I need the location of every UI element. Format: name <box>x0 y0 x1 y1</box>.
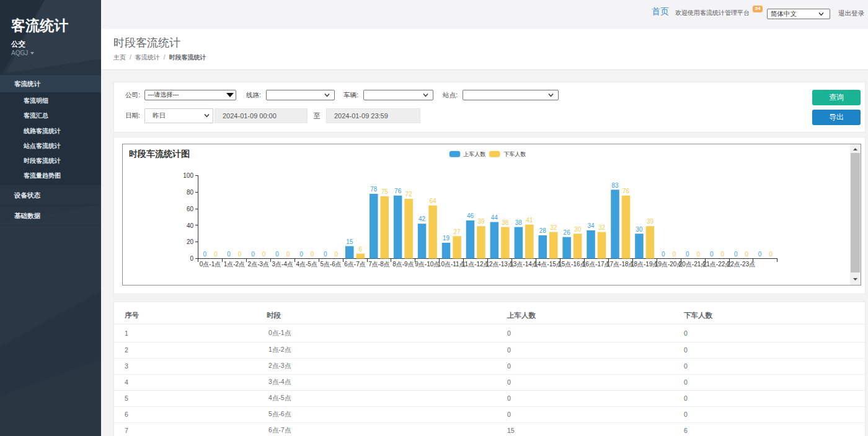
svg-text:5点-6点: 5点-6点 <box>320 261 341 268</box>
svg-text:8点-9点: 8点-9点 <box>392 261 414 268</box>
svg-text:0: 0 <box>324 251 327 258</box>
svg-text:64: 64 <box>430 198 437 204</box>
svg-text:34: 34 <box>588 222 595 229</box>
svg-text:0点-1点: 0点-1点 <box>200 261 221 268</box>
svg-text:0: 0 <box>758 251 762 258</box>
svg-text:0: 0 <box>251 251 255 258</box>
svg-text:6: 6 <box>359 246 363 253</box>
svg-text:27: 27 <box>453 229 461 235</box>
svg-text:30: 30 <box>636 226 643 233</box>
svg-text:0: 0 <box>227 251 231 258</box>
svg-text:78: 78 <box>370 186 378 193</box>
svg-text:0: 0 <box>214 251 218 258</box>
svg-text:42: 42 <box>418 216 426 222</box>
svg-text:38: 38 <box>502 219 509 226</box>
svg-text:32: 32 <box>550 224 557 231</box>
svg-text:39: 39 <box>647 218 654 225</box>
svg-text:3点-4点: 3点-4点 <box>272 261 293 268</box>
svg-text:0: 0 <box>190 255 193 262</box>
svg-text:0: 0 <box>286 251 290 258</box>
svg-text:39: 39 <box>477 218 485 225</box>
svg-text:0: 0 <box>710 251 714 258</box>
svg-text:0: 0 <box>769 251 773 258</box>
svg-text:28: 28 <box>539 227 547 234</box>
svg-text:40: 40 <box>187 222 194 229</box>
svg-text:100: 100 <box>183 172 193 179</box>
svg-text:46: 46 <box>467 212 474 219</box>
svg-text:76: 76 <box>622 188 630 194</box>
svg-text:7点-8点: 7点-8点 <box>368 261 389 268</box>
svg-text:0: 0 <box>203 251 206 258</box>
svg-text:75: 75 <box>381 188 389 195</box>
svg-text:0: 0 <box>686 251 689 258</box>
svg-text:44: 44 <box>491 214 498 221</box>
svg-text:0: 0 <box>275 251 279 258</box>
svg-text:上车人数: 上车人数 <box>463 151 485 157</box>
svg-text:20: 20 <box>187 238 194 245</box>
svg-text:0: 0 <box>734 251 738 258</box>
svg-text:0: 0 <box>299 251 303 258</box>
svg-text:2点-3点: 2点-3点 <box>248 261 269 268</box>
svg-text:6点-7点: 6点-7点 <box>344 261 365 268</box>
svg-text:时段车流统计图: 时段车流统计图 <box>129 149 190 159</box>
svg-text:0: 0 <box>673 251 676 258</box>
svg-text:22点-23点: 22点-23点 <box>727 261 756 268</box>
svg-text:32: 32 <box>598 224 606 231</box>
svg-text:41: 41 <box>526 217 533 224</box>
svg-text:0: 0 <box>335 251 339 258</box>
svg-text:30: 30 <box>574 226 582 233</box>
svg-text:38: 38 <box>515 219 523 226</box>
svg-text:下车人数: 下车人数 <box>503 151 526 157</box>
svg-text:19: 19 <box>443 235 450 242</box>
svg-text:60: 60 <box>187 206 194 212</box>
svg-text:0: 0 <box>720 251 724 258</box>
svg-text:76: 76 <box>394 188 402 194</box>
svg-text:0: 0 <box>745 251 748 258</box>
svg-text:72: 72 <box>405 191 413 198</box>
svg-text:9点-10点: 9点-10点 <box>415 261 440 268</box>
svg-text:0: 0 <box>238 251 242 258</box>
svg-text:15: 15 <box>346 238 353 245</box>
svg-text:1点-2点: 1点-2点 <box>224 261 245 268</box>
svg-text:0: 0 <box>311 251 314 258</box>
svg-text:26: 26 <box>564 229 571 236</box>
svg-text:4点-5点: 4点-5点 <box>296 261 317 268</box>
svg-text:0: 0 <box>662 251 665 258</box>
svg-text:0: 0 <box>262 251 266 258</box>
svg-text:80: 80 <box>187 189 194 196</box>
svg-text:83: 83 <box>611 182 619 189</box>
svg-text:0: 0 <box>697 251 701 258</box>
